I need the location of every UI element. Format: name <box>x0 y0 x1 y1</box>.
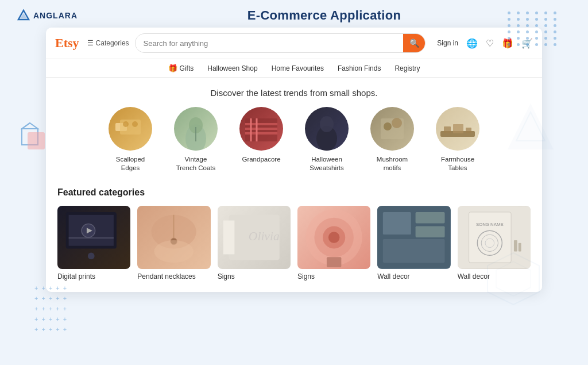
featured-img-digital <box>57 206 130 269</box>
featured-label-pendant: Pendant necklaces <box>137 272 210 281</box>
trending-title: Discover the latest trends from small sh… <box>46 88 542 98</box>
subnav-home[interactable]: Home Favourites <box>272 64 324 72</box>
search-button[interactable]: 🔍 <box>403 33 425 53</box>
featured-img-signs1: Olivia <box>218 206 291 269</box>
search-bar: 🔍 <box>135 33 426 53</box>
featured-grid: Digital prints Pendant necklaces <box>57 206 531 281</box>
logo-icon <box>17 9 30 22</box>
svg-rect-53 <box>383 239 445 263</box>
trend-label-mushroom: Mushroommotifs <box>377 155 408 172</box>
trend-item-mushroom[interactable]: Mushroommotifs <box>366 107 418 172</box>
svg-marker-3 <box>496 262 531 296</box>
svg-point-40 <box>154 240 194 263</box>
featured-card-pendant[interactable]: Pendant necklaces <box>137 206 210 281</box>
subnav-registry-label: Registry <box>394 64 420 72</box>
svg-point-11 <box>123 121 129 127</box>
featured-card-wall1[interactable]: Wall decor <box>377 206 450 281</box>
trend-label-scalloped: ScallopedEdges <box>116 155 145 172</box>
svg-point-23 <box>320 116 334 132</box>
browser-window: Etsy ☰ Categories 🔍 Sign in 🌐 ♡ 🎁 🛒 🎁 Gi… <box>46 28 542 292</box>
svg-rect-42 <box>223 220 234 254</box>
svg-line-6 <box>22 123 30 129</box>
svg-rect-48 <box>327 257 341 267</box>
search-input[interactable] <box>136 39 404 48</box>
svg-text:SONG NAME: SONG NAME <box>476 222 504 227</box>
featured-section: Featured categories Digital prints <box>46 178 542 292</box>
svg-rect-28 <box>444 126 451 133</box>
featured-label-wall1: Wall decor <box>377 272 450 281</box>
etsy-navbar: Etsy ☰ Categories 🔍 Sign in 🌐 ♡ 🎁 🛒 <box>46 28 542 59</box>
categories-label: Categories <box>96 39 129 47</box>
globe-icon[interactable]: 🌐 <box>466 38 478 49</box>
featured-img-wall1 <box>377 206 450 269</box>
sign-in-link[interactable]: Sign in <box>437 39 458 47</box>
svg-marker-0 <box>508 103 554 149</box>
svg-marker-5 <box>22 123 38 129</box>
featured-card-digital[interactable]: Digital prints <box>57 206 130 281</box>
page-title: E-Commerce Application <box>78 8 571 23</box>
subnav-home-label: Home Favourites <box>272 64 324 72</box>
trending-section: Discover the latest trends from small sh… <box>46 78 542 178</box>
trend-img-farmhouse <box>436 107 479 151</box>
svg-text:Olivia: Olivia <box>249 229 280 243</box>
top-header: ANGLARA E-Commerce Application <box>0 0 588 28</box>
trend-label-halloween: HalloweenSweatshirts <box>310 155 343 172</box>
categories-menu[interactable]: ☰ Categories <box>87 39 129 47</box>
trend-img-mushroom <box>370 107 414 151</box>
svg-rect-29 <box>453 124 463 133</box>
logo-text: ANGLARA <box>33 11 78 20</box>
trend-img-grandpa <box>239 107 283 151</box>
hamburger-icon: ☰ <box>87 39 94 47</box>
featured-img-pendant <box>137 206 210 269</box>
featured-title: Featured categories <box>57 187 531 198</box>
etsy-logo: Etsy <box>55 36 79 51</box>
trend-label-grandpa: Grandpacore <box>242 155 280 164</box>
trend-img-scalloped <box>109 107 152 151</box>
svg-rect-30 <box>466 128 471 133</box>
svg-point-26 <box>392 118 402 128</box>
svg-marker-2 <box>488 253 539 305</box>
trend-item-farmhouse[interactable]: FarmhouseTables <box>432 107 483 172</box>
pink-rectangle-decoration <box>28 132 45 149</box>
trending-items-list: ScallopedEdges VintageTrench Coats <box>46 107 542 172</box>
featured-label-signs2: Signs <box>297 272 370 281</box>
svg-point-33 <box>88 252 95 259</box>
logo-area: ANGLARA <box>17 9 78 22</box>
svg-rect-51 <box>416 212 445 224</box>
svg-point-47 <box>328 232 340 243</box>
heart-icon[interactable]: ♡ <box>486 38 494 49</box>
featured-card-signs2[interactable]: Signs <box>297 206 370 281</box>
featured-label-signs1: Signs <box>218 272 291 281</box>
trend-img-trench <box>174 107 218 151</box>
subnav-halloween[interactable]: Halloween Shop <box>207 64 257 72</box>
bg-dots-top-right <box>508 11 577 80</box>
svg-rect-34 <box>69 237 114 239</box>
trend-img-halloween <box>305 107 349 151</box>
svg-rect-52 <box>416 226 445 237</box>
subnav-registry[interactable]: Registry <box>394 64 420 72</box>
subnav-gifts-label: Gifts <box>180 64 194 72</box>
bg-triangle-decoration <box>508 103 554 149</box>
trend-item-trench[interactable]: VintageTrench Coats <box>170 107 222 172</box>
trend-label-farmhouse: FarmhouseTables <box>441 155 474 172</box>
etsy-subnav: 🎁 Gifts Halloween Shop Home Favourites F… <box>46 59 542 78</box>
bg-plus-decoration: +++++ +++++ +++++ +++++ +++++ <box>34 285 103 331</box>
trend-item-grandpa[interactable]: Grandpacore <box>235 107 287 172</box>
subnav-halloween-label: Halloween Shop <box>207 64 257 72</box>
subnav-fashion[interactable]: Fashion Finds <box>338 64 381 72</box>
featured-label-digital: Digital prints <box>57 272 130 281</box>
subnav-gifts[interactable]: 🎁 Gifts <box>168 64 194 72</box>
gifts-icon: 🎁 <box>168 64 177 72</box>
search-icon: 🔍 <box>409 39 419 48</box>
subnav-fashion-label: Fashion Finds <box>338 64 381 72</box>
svg-rect-50 <box>383 212 411 235</box>
featured-img-signs2 <box>297 206 370 269</box>
trend-item-halloween[interactable]: HalloweenSweatshirts <box>301 107 353 172</box>
trend-label-trench: VintageTrench Coats <box>176 155 216 172</box>
trend-item-scalloped[interactable]: ScallopedEdges <box>105 107 156 172</box>
svg-point-12 <box>132 121 138 127</box>
bg-shape-bottom-right <box>485 250 542 308</box>
svg-point-25 <box>384 122 392 130</box>
svg-rect-10 <box>120 120 141 135</box>
featured-card-signs1[interactable]: Olivia Signs <box>218 206 291 281</box>
